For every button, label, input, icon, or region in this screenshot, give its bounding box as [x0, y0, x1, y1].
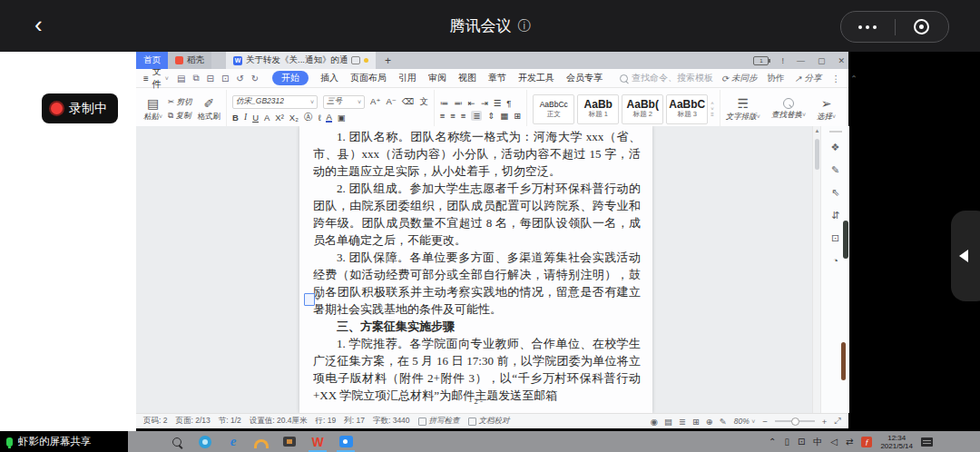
start-taskbar-icon[interactable]: [142, 435, 156, 449]
more-menu-icon[interactable]: ⋮: [832, 74, 841, 84]
shrink-font-icon[interactable]: A⁻: [386, 96, 396, 108]
font-name-select[interactable]: 仿宋_GB2312˅: [232, 95, 318, 109]
browser-360-taskbar-icon[interactable]: [198, 435, 212, 449]
subscript-icon[interactable]: X₂: [289, 113, 299, 123]
zoom-in-button[interactable]: +: [822, 417, 828, 427]
select-pointer-icon[interactable]: ⇖: [831, 187, 839, 199]
align-right-icon[interactable]: ≡: [461, 111, 466, 121]
eye-protect-icon[interactable]: ◉: [651, 417, 658, 427]
ribbon-tab-2[interactable]: 页面布局: [350, 72, 387, 84]
info-icon[interactable]: ⓘ: [518, 18, 531, 34]
paste-options-icon[interactable]: [304, 293, 315, 306]
close-button[interactable]: ✕: [838, 56, 845, 65]
ribbon-tab-4[interactable]: 审阅: [428, 72, 446, 84]
tab-docer[interactable]: 稻壳: [168, 52, 211, 69]
new-tab-button[interactable]: +: [376, 52, 400, 69]
document-page[interactable]: 1. 团队名称。团队名称统一格式为：河海大学 xxx（省、市、县）xxx（活动内…: [299, 126, 652, 413]
find-replace-button[interactable]: 查找替换˅: [771, 98, 806, 121]
superscript-icon[interactable]: X²: [275, 113, 284, 123]
file-menu[interactable]: ≡ 文件 ˅: [143, 65, 169, 91]
sync-status[interactable]: ⟳ 未同步: [721, 73, 757, 84]
text-layout-button[interactable]: ☴ 文字排版˅: [726, 96, 760, 123]
share-button[interactable]: ↗ 分享: [795, 73, 822, 84]
sidebar-handle[interactable]: [829, 131, 842, 133]
zoom-out-button[interactable]: −: [762, 417, 768, 427]
line-spacing-icon[interactable]: ⇕: [487, 111, 495, 121]
ie-taskbar-icon[interactable]: e: [226, 435, 240, 449]
style-preset-1[interactable]: AaBb标题 1: [577, 94, 619, 124]
style-gallery-scroll[interactable]: ˄˅≡: [710, 101, 714, 117]
style-preset-0[interactable]: AaBbCc正文: [533, 94, 574, 124]
char-border-icon[interactable]: A: [264, 113, 270, 123]
help-icon[interactable]: ◔: [832, 255, 838, 266]
full-view-icon[interactable]: ⊕: [706, 417, 713, 427]
wps-taskbar-icon[interactable]: W: [310, 435, 325, 449]
ribbon-tab-3[interactable]: 引用: [398, 72, 416, 84]
battery-icon[interactable]: ▯: [784, 437, 789, 447]
indent-decrease-icon[interactable]: ⇤: [468, 98, 475, 108]
zoom-slider-knob[interactable]: [791, 418, 799, 426]
underline-icon[interactable]: U: [252, 113, 259, 123]
zoom-level-value[interactable]: 80% ˅: [734, 417, 755, 426]
bold-icon[interactable]: B: [232, 113, 239, 123]
tray-expand-icon[interactable]: ⌃: [769, 437, 776, 447]
align-left-icon[interactable]: ≡: [440, 111, 446, 121]
notification-center-icon[interactable]: [921, 437, 933, 447]
uc-browser-taskbar-icon[interactable]: [254, 435, 269, 449]
adjust-icon[interactable]: ⇵: [831, 210, 839, 221]
style-preset-3[interactable]: AaBbC标题 3: [666, 94, 708, 124]
numbering-icon[interactable]: ≕: [454, 98, 463, 108]
ime-icon[interactable]: 中: [813, 436, 822, 448]
taskbar-clock[interactable]: 12:34 2021/5/14: [880, 434, 913, 450]
sidebar-scroll-thumb[interactable]: [843, 221, 848, 259]
print-icon[interactable]: ⊟: [207, 74, 214, 84]
ribbon-tab-8[interactable]: 会员专享: [566, 72, 603, 84]
ribbon-tab-6[interactable]: 章节: [488, 72, 506, 84]
more-options-button[interactable]: [841, 25, 895, 29]
italic-icon[interactable]: I: [244, 113, 247, 122]
display-icon[interactable]: ⊡: [798, 437, 805, 447]
ribbon-tab-7[interactable]: 开发工具: [518, 72, 554, 84]
font-color-icon[interactable]: A: [326, 113, 331, 123]
minimize-button[interactable]: —: [797, 56, 805, 65]
undo-icon[interactable]: ↺: [236, 74, 243, 84]
char-effect-icon[interactable]: Ⓐ: [304, 112, 313, 123]
volume-icon[interactable]: ◁: [830, 437, 838, 447]
tab-document[interactable]: W 关于转发《关...通知》的通知: [226, 52, 376, 69]
style-preset-2[interactable]: AaBb(标题 2: [622, 94, 663, 124]
screenshot-icon[interactable]: ⊡: [831, 232, 839, 244]
zoom-slider[interactable]: [775, 420, 815, 422]
redo-icon[interactable]: ↻: [251, 74, 259, 84]
grow-font-icon[interactable]: A⁺: [370, 96, 380, 108]
save-icon[interactable]: ▤: [177, 74, 185, 84]
spell-check-toggle[interactable]: 拼写检查: [418, 416, 460, 427]
format-painter-button[interactable]: ✐ 格式刷: [198, 96, 221, 123]
collapse-ribbon-icon[interactable]: ⌃: [850, 74, 858, 84]
tencent-meeting-taskbar-icon[interactable]: [338, 435, 353, 449]
justify-icon[interactable]: ≣: [471, 111, 482, 121]
ribbon-tab-1[interactable]: 插入: [320, 72, 338, 84]
font-size-select[interactable]: 三号˅: [323, 95, 365, 109]
web-view-icon[interactable]: ⊞: [692, 417, 700, 427]
cut-button[interactable]: ✂ 剪切: [168, 97, 191, 108]
flash-tray-icon[interactable]: ƒ: [861, 437, 872, 447]
outline-view-icon[interactable]: ≣: [679, 417, 686, 427]
shading-icon[interactable]: ▦: [500, 111, 508, 121]
collaborate-button[interactable]: 协作: [768, 73, 785, 84]
bullets-icon[interactable]: ≔: [440, 98, 449, 108]
clear-format-icon[interactable]: ⌫: [402, 96, 414, 108]
select-button[interactable]: ➢ 选择˅: [817, 96, 836, 123]
command-search-input[interactable]: 查找命令、搜索模板: [620, 72, 713, 84]
close-miniprogram-button[interactable]: [896, 19, 949, 34]
paragraph-mark-icon[interactable]: ¶: [506, 98, 511, 108]
align-center-icon[interactable]: ≡: [450, 111, 456, 121]
layout-icon[interactable]: ☰: [494, 98, 502, 108]
highlight-icon[interactable]: ℓ: [318, 113, 320, 123]
ribbon-tab-5[interactable]: 视图: [458, 72, 476, 84]
indent-increase-icon[interactable]: ⇥: [481, 98, 488, 108]
pen-icon[interactable]: ✎: [831, 164, 839, 176]
toolbox-taskbar-icon[interactable]: [282, 435, 297, 449]
doc-proof-toggle[interactable]: 文档校对: [468, 416, 510, 427]
borders-icon[interactable]: ⊞: [514, 111, 521, 121]
paste-button[interactable]: ▤ 粘贴˅: [143, 96, 162, 123]
